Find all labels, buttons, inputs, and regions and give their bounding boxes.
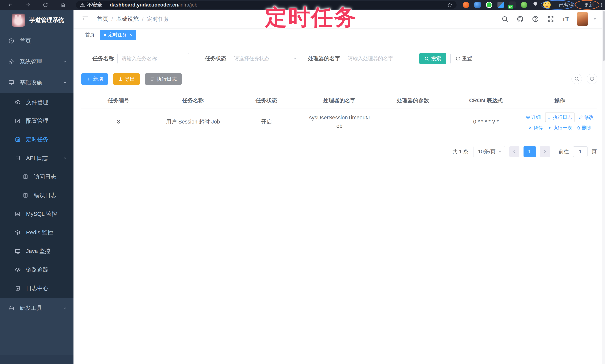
extension-icon[interactable]: [486, 2, 492, 8]
scrollbar-thumb[interactable]: [603, 11, 605, 61]
sidebar-item-log-center[interactable]: 日志中心: [0, 279, 74, 298]
extension-icon[interactable]: [521, 2, 527, 8]
sidebar-item-system[interactable]: 系统管理: [0, 51, 74, 72]
goto-page-input[interactable]: [573, 146, 588, 157]
detail-link[interactable]: 详细: [526, 114, 541, 120]
browser-back-icon[interactable]: [7, 1, 14, 9]
document-icon: [22, 192, 29, 198]
reset-button[interactable]: 重置: [450, 53, 477, 64]
security-label[interactable]: 不安全: [87, 1, 102, 8]
exec-log-button[interactable]: 执行日志: [145, 73, 182, 85]
document-icon: [14, 155, 21, 161]
toggle-search-button[interactable]: [572, 74, 582, 84]
sidebar-item-trace[interactable]: 链路追踪: [0, 260, 74, 279]
sidebar-item-error-log[interactable]: 错误日志: [0, 186, 74, 205]
edit-icon: [14, 118, 21, 124]
fullscreen-icon[interactable]: [547, 15, 554, 23]
app-logo-row[interactable]: 芋道管理系统: [0, 10, 74, 30]
extension-icon[interactable]: [474, 2, 481, 8]
pause-link[interactable]: 暂停: [528, 125, 543, 131]
chart-icon: [14, 211, 21, 217]
cell-job-id: 3: [81, 108, 156, 135]
divider: [106, 2, 106, 7]
job-status-select[interactable]: 请选择任务状态: [230, 53, 301, 64]
handler-name-input[interactable]: [344, 53, 415, 64]
cell-actions: 详细 执行日志 修改: [522, 108, 597, 135]
browser-forward-icon[interactable]: [24, 1, 32, 9]
chevron-down-icon: [293, 56, 297, 61]
bookmark-star-icon[interactable]: [447, 2, 452, 7]
sidebar-item-infra[interactable]: 基础设施: [0, 72, 74, 93]
app-root: 不安全 dashboard.yudao.iocoder.cn /infra/jo…: [0, 0, 605, 364]
sidebar-item-scheduled-jobs[interactable]: 定时任务: [0, 130, 74, 149]
table-row: 3 用户 Session 超时 Job 开启 sysUserSessionTim…: [81, 108, 597, 135]
browser-update-button[interactable]: 更新: [584, 1, 594, 8]
not-secure-icon: [80, 2, 85, 7]
url-path[interactable]: /infra/job: [178, 2, 197, 8]
eye-icon: [14, 267, 21, 273]
extensions-puzzle-icon[interactable]: [532, 2, 538, 8]
cell-handler-param: [376, 108, 450, 135]
browser-reload-icon[interactable]: [42, 1, 49, 9]
cell-cron: 0 * * * * ? *: [450, 108, 522, 135]
monitor-icon: [8, 80, 15, 86]
main-area: 首页 / 基础设施 / 定时任务 тT 首页 定时任务: [74, 10, 605, 364]
scrollbar[interactable]: [602, 10, 605, 364]
extension-on-badge[interactable]: on: [509, 1, 516, 8]
sidebar-item-config-management[interactable]: 配置管理: [0, 112, 74, 130]
sidebar-item-dev-tools[interactable]: 研发工具: [0, 298, 74, 318]
sidebar-item-api-log[interactable]: API 日志: [0, 149, 74, 167]
prev-page-button[interactable]: [509, 146, 519, 157]
edit-link[interactable]: 修改: [579, 114, 594, 120]
exec-log-link[interactable]: 执行日志: [545, 113, 575, 122]
browser-home-icon[interactable]: [59, 1, 66, 9]
profile-avatar-emoji[interactable]: [543, 1, 551, 9]
run-once-link[interactable]: 执行一次: [547, 125, 572, 131]
export-button[interactable]: 导出: [113, 73, 140, 85]
sidebar-item-java-monitor[interactable]: Java 监控: [0, 242, 74, 260]
next-page-button[interactable]: [540, 146, 550, 157]
sidebar-item-redis-monitor[interactable]: Redis 监控: [0, 223, 74, 242]
page-number-button[interactable]: 1: [524, 146, 536, 157]
url-host[interactable]: dashboard.yudao.iocoder.cn: [110, 2, 178, 8]
col-job-name: 任务名称: [156, 93, 230, 108]
add-button[interactable]: 新增: [81, 73, 108, 85]
help-icon[interactable]: [532, 15, 539, 23]
breadcrumb-home[interactable]: 首页: [97, 15, 108, 23]
cell-job-status: 开启: [230, 108, 303, 135]
caret-down-icon[interactable]: [593, 17, 597, 21]
extension-icon[interactable]: [498, 2, 504, 8]
sidebar-item-access-log[interactable]: 访问日志: [0, 167, 74, 186]
search-button[interactable]: 搜索: [419, 53, 446, 64]
job-name-input[interactable]: [117, 53, 189, 64]
font-size-icon[interactable]: тT: [562, 16, 569, 23]
job-status-label: 任务状态: [205, 55, 226, 62]
sidebar-toggle-icon[interactable]: [82, 15, 89, 23]
github-icon[interactable]: [517, 15, 524, 23]
chevron-down-icon: [498, 150, 502, 154]
document-icon: [22, 174, 29, 180]
dashboard-icon: [8, 38, 15, 44]
browser-menu-icon[interactable]: ⋮: [599, 2, 605, 8]
user-avatar[interactable]: [577, 12, 588, 26]
col-cron: CRON 表达式: [450, 93, 522, 108]
page-size-select[interactable]: 10条/页: [473, 146, 505, 157]
tab-scheduled-jobs[interactable]: 定时任务: [100, 30, 136, 40]
chevron-up-icon: [63, 80, 67, 85]
sidebar-item-mysql-monitor[interactable]: MySQL 监控: [0, 205, 74, 223]
sidebar-footer: [0, 355, 74, 364]
page-annotation-title: 定时任务: [265, 3, 357, 32]
delete-link[interactable]: 删除: [576, 125, 592, 131]
tab-home[interactable]: 首页: [82, 30, 98, 40]
breadcrumb-infra[interactable]: 基础设施: [116, 15, 139, 23]
col-job-id: 任务编号: [81, 93, 156, 108]
app-logo: [12, 13, 25, 26]
extension-icon[interactable]: [463, 2, 469, 8]
search-icon[interactable]: [501, 15, 508, 23]
sidebar-item-home[interactable]: 首页: [0, 30, 74, 51]
cell-job-name: 用户 Session 超时 Job: [156, 108, 230, 135]
sidebar-item-file-management[interactable]: 文件管理: [0, 93, 74, 112]
close-icon[interactable]: [129, 33, 132, 37]
refresh-button[interactable]: [587, 74, 597, 84]
filter-form: 任务名称 任务状态 请选择任务状态 处理器的名字 搜索 重置: [81, 53, 597, 64]
